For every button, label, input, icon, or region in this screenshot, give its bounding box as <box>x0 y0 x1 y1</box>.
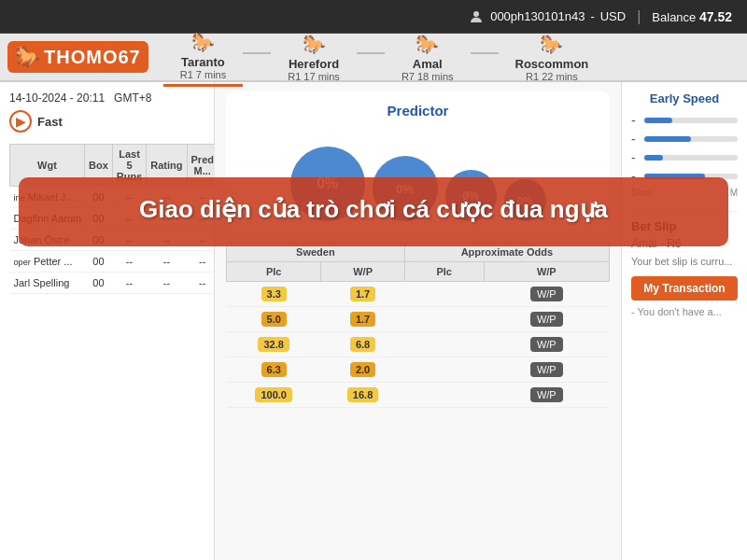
odds-plc-2: 5.0 <box>227 307 321 332</box>
divider: | <box>637 8 641 25</box>
odds-plc2-4 <box>404 357 484 383</box>
odds-wp-5: 16.8 <box>321 383 404 408</box>
svg-point-0 <box>473 11 479 17</box>
odds-wp-btn-4[interactable]: W/P <box>484 357 609 383</box>
col-plc2-header: Plc <box>404 262 484 282</box>
odds-wp-1: 1.7 <box>321 282 404 307</box>
race-datetime: 14-10-2024 - 20:11 GMT+8 <box>9 91 204 105</box>
horse-icon-amal: 🐎 <box>416 33 439 55</box>
odds-plc2-1 <box>404 282 484 307</box>
currency-label: USD <box>600 9 626 23</box>
horse-icon-roscommon: 🐎 <box>540 33 563 55</box>
race-info-hereford: R1 17 mins <box>288 71 340 82</box>
user-info: 000ph130101n43 - USD <box>468 8 626 25</box>
table-row: oper Petter ... 00 -- -- -- <box>10 251 218 273</box>
odds-plc-1: 3.3 <box>227 282 321 307</box>
runner-rating-4: -- <box>187 251 218 273</box>
horse-icon-hereford: 🐎 <box>303 33 326 55</box>
col-plc-header: Plc <box>227 262 321 282</box>
speed-minus-3: - <box>631 150 641 165</box>
logo-text: THOMO67 <box>44 47 141 68</box>
main-content: 14-10-2024 - 20:11 GMT+8 ▶ Fast Wgt Box … <box>0 82 747 560</box>
race-name-amal: Amal <box>413 57 443 71</box>
speed-indicator: ▶ Fast <box>9 110 204 133</box>
speed-circle: ▶ <box>9 110 32 133</box>
odds-plc-3: 32.8 <box>227 332 321 357</box>
logo[interactable]: 🐎 THOMO67 <box>7 41 148 73</box>
race-tab-roscommon[interactable]: 🐎 Roscommon R1 22 mins <box>499 29 606 86</box>
horse-icon-taranto: 🐎 <box>191 31 215 53</box>
speed-minus-1: - <box>631 113 641 128</box>
race-name-hereford: Hereford <box>289 57 339 71</box>
balance-label: Balance 47.52 <box>652 9 732 24</box>
left-panel: 14-10-2024 - 20:11 GMT+8 ▶ Fast Wgt Box … <box>0 82 215 560</box>
runner-wgt-5: 00 <box>85 273 113 294</box>
race-info-taranto: R1 7 mins <box>180 69 227 80</box>
mid-label: M <box>730 188 738 198</box>
bet-slip-status: Your bet slip is curru... <box>631 256 738 267</box>
odds-row-4: 6.3 2.0 W/P <box>227 357 610 383</box>
odds-wp-btn-5[interactable]: W/P <box>484 383 609 408</box>
table-row: Jarl Spelling 00 -- -- -- <box>10 273 218 294</box>
col-wp-header: W/P <box>321 262 404 282</box>
connector-3 <box>471 52 499 54</box>
speed-minus-2: - <box>631 132 641 147</box>
currency: - <box>590 9 594 23</box>
odds-plc2-3 <box>404 332 484 357</box>
right-panel: Early Speed - - - - Slow M <box>621 82 747 560</box>
race-info-amal: R7 18 mins <box>402 71 454 82</box>
runner-name-4: oper Petter ... <box>10 251 85 273</box>
race-tab-hereford[interactable]: 🐎 Hereford R1 17 mins <box>271 29 357 86</box>
odds-wp-btn-2[interactable]: W/P <box>484 307 609 332</box>
username: 000ph130101n43 <box>490 9 585 23</box>
speed-bar-fill-1 <box>644 118 672 123</box>
race-tabs: 🐎 Taranto R1 7 mins 🐎 Hereford R1 17 min… <box>163 27 740 87</box>
logo-area: 🐎 THOMO67 <box>7 41 148 73</box>
speed-bar-track-1 <box>644 118 738 123</box>
odds-plc-4: 6.3 <box>227 357 321 383</box>
speed-bar-fill-2 <box>644 136 691 142</box>
odds-table: Sweden Approximate Odds Plc W/P Plc W/P … <box>226 242 610 408</box>
overlay-text: Giao diện của trò chơi cá cược đua ngựa <box>37 194 710 226</box>
odds-plc-5: 100.0 <box>227 383 321 408</box>
odds-subheader-row: Plc W/P Plc W/P <box>227 262 610 282</box>
race-tab-amal[interactable]: 🐎 Amal R7 18 mins <box>385 29 471 86</box>
speed-arrow-icon: ▶ <box>16 114 26 129</box>
balance-amount: 47.52 <box>699 9 732 24</box>
my-transaction-button[interactable]: My Transaction <box>631 276 738 301</box>
odds-row-2: 5.0 1.7 W/P <box>227 307 610 332</box>
speed-bar-row-3: - <box>631 150 738 165</box>
speed-bar-fill-3 <box>644 155 663 161</box>
predictor-title: Predictor <box>237 103 599 119</box>
odds-wp-btn-1[interactable]: W/P <box>484 282 609 307</box>
speed-bar-row-2: - <box>631 132 738 147</box>
speed-bar-row-1: - <box>631 113 738 128</box>
odds-wp-btn-3[interactable]: W/P <box>484 332 609 357</box>
transaction-note: - You don't have a... <box>631 306 738 317</box>
col-wp2-header: W/P <box>484 262 609 282</box>
odds-row-3: 32.8 6.8 W/P <box>227 332 610 357</box>
speed-bar-track-2 <box>644 136 738 142</box>
runner-last5-5: -- <box>147 273 187 294</box>
race-name-roscommon: Roscommon <box>515 57 589 71</box>
odds-plc2-2 <box>404 307 484 332</box>
user-icon <box>468 8 485 25</box>
overlay-banner: Giao diện của trò chơi cá cược đua ngựa <box>19 177 728 246</box>
odds-row-5: 100.0 16.8 W/P <box>227 383 610 408</box>
odds-plc2-5 <box>404 383 484 408</box>
odds-wp-3: 6.8 <box>321 332 404 357</box>
runner-wgt-4: 00 <box>85 251 113 273</box>
runner-rating-5: -- <box>187 273 218 294</box>
odds-wp-2: 1.7 <box>321 307 404 332</box>
odds-wp-4: 2.0 <box>321 357 404 383</box>
race-info-roscommon: R1 22 mins <box>526 71 578 82</box>
odds-row-1: 3.3 1.7 W/P <box>227 282 610 307</box>
race-name-taranto: Taranto <box>181 55 225 69</box>
logo-horse-icon: 🐎 <box>15 45 40 69</box>
runner-box-4: -- <box>112 251 147 273</box>
speed-label: Fast <box>37 115 63 129</box>
race-tab-taranto[interactable]: 🐎 Taranto R1 7 mins <box>163 27 244 87</box>
speed-bar-track-3 <box>644 155 738 161</box>
runner-last5-4: -- <box>147 251 187 273</box>
center-panel: Predictor 0% 0% 0% 0% Sweden Approximate… <box>215 82 621 560</box>
